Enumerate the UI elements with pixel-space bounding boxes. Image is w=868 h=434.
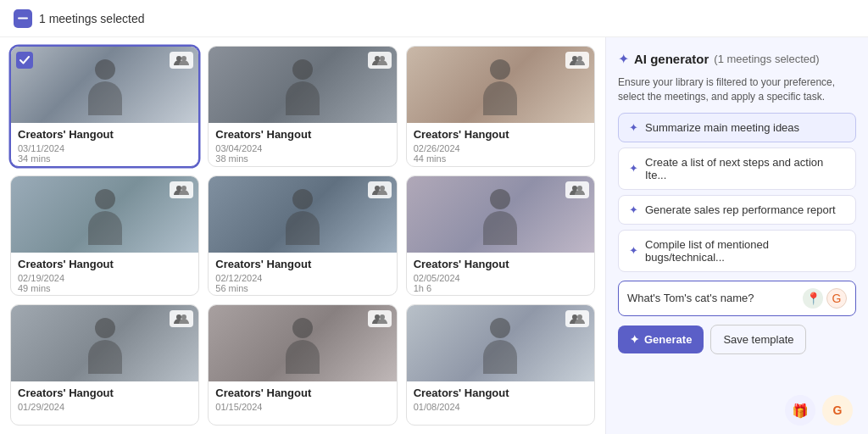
meeting-card-4[interactable]: Creators' Hangout02/19/202449 mins	[10, 175, 199, 297]
card-people-icon	[368, 310, 392, 327]
ai-query-input[interactable]	[627, 292, 798, 304]
meeting-card-2[interactable]: Creators' Hangout03/04/202438 mins	[208, 46, 397, 167]
suggestion-spark-icon: ✦	[629, 203, 638, 216]
bottom-icons: 🎁 G	[618, 395, 856, 426]
person-silhouette	[281, 189, 324, 253]
svg-rect-0	[18, 18, 28, 19]
card-info: Creators' Hangout01/15/2024	[209, 381, 396, 419]
card-thumbnail-2	[209, 47, 396, 123]
meeting-card-1[interactable]: Creators' Hangout03/11/202434 mins	[10, 46, 199, 167]
card-thumbnail-9	[407, 305, 594, 381]
spark-icon: ✦	[618, 51, 629, 67]
meeting-card-8[interactable]: Creators' Hangout01/15/2024	[208, 304, 397, 426]
card-duration: 34 mins	[18, 153, 192, 164]
person-silhouette	[479, 318, 521, 381]
suggestion-label: Generate sales rep performance report	[645, 203, 836, 216]
ai-suggestion-item-2[interactable]: ✦Generate sales rep performance report	[618, 195, 856, 225]
main-content: Creators' Hangout03/11/202434 mins Creat…	[0, 37, 868, 434]
card-duration: 38 mins	[215, 153, 389, 164]
meeting-card-7[interactable]: Creators' Hangout01/29/2024	[10, 304, 199, 426]
g-brand-icon-btn[interactable]: G	[822, 395, 853, 426]
card-date: 01/15/2024	[215, 402, 389, 412]
card-date: 02/12/2024	[215, 273, 389, 283]
ai-description: Ensure your library is filtered to your …	[618, 75, 856, 104]
card-date: 02/05/2024	[414, 273, 587, 283]
generate-spark-icon: ✦	[630, 333, 639, 346]
person-silhouette	[281, 59, 324, 123]
card-title: Creators' Hangout	[18, 128, 192, 141]
card-people-icon	[170, 181, 193, 198]
ai-suggestion-item-3[interactable]: ✦Compile list of mentioned bugs/technica…	[618, 230, 856, 272]
card-duration: 49 mins	[18, 283, 192, 293]
card-people-icon	[368, 181, 392, 198]
card-thumbnail-5	[209, 176, 396, 253]
card-duration: 1h 6	[414, 283, 587, 293]
card-info: Creators' Hangout03/04/202438 mins	[209, 123, 396, 167]
suggestion-label: Compile list of mentioned bugs/technical…	[645, 238, 845, 264]
meeting-card-5[interactable]: Creators' Hangout02/12/202456 mins	[208, 175, 397, 297]
card-title: Creators' Hangout	[414, 258, 587, 270]
suggestion-label: Summarize main meeting ideas	[645, 121, 799, 134]
ai-selected-count: (1 meetings selected)	[714, 53, 819, 65]
save-template-button[interactable]: Save template	[710, 325, 806, 354]
ai-suggestions-list: ✦Summarize main meeting ideas✦Create a l…	[618, 113, 856, 272]
card-people-icon	[565, 181, 589, 198]
card-title: Creators' Hangout	[18, 387, 192, 399]
card-duration: 56 mins	[215, 283, 389, 293]
card-info: Creators' Hangout02/19/202449 mins	[11, 253, 198, 297]
card-info: Creators' Hangout01/29/2024	[11, 381, 198, 419]
card-thumbnail-1	[11, 47, 198, 123]
card-title: Creators' Hangout	[215, 387, 389, 399]
card-date: 01/29/2024	[18, 402, 192, 412]
person-silhouette	[84, 59, 126, 123]
meeting-card-6[interactable]: Creators' Hangout02/05/20241h 6	[406, 175, 595, 297]
person-silhouette	[479, 59, 521, 123]
card-title: Creators' Hangout	[18, 258, 192, 270]
card-thumbnail-6	[407, 176, 594, 253]
card-thumbnail-7	[11, 305, 198, 381]
generate-button[interactable]: ✦ Generate	[618, 326, 704, 353]
person-silhouette	[281, 318, 324, 381]
suggestion-spark-icon: ✦	[629, 162, 638, 175]
card-title: Creators' Hangout	[215, 258, 389, 270]
ai-suggestion-item-0[interactable]: ✦Summarize main meeting ideas	[618, 113, 856, 142]
card-title: Creators' Hangout	[215, 128, 389, 141]
person-silhouette	[479, 189, 521, 253]
card-info: Creators' Hangout03/11/202434 mins	[11, 123, 198, 167]
card-info: Creators' Hangout01/08/2024	[407, 381, 594, 419]
selection-label: 1 meetings selected	[39, 12, 145, 25]
card-info: Creators' Hangout02/05/20241h 6	[407, 253, 594, 297]
suggestion-spark-icon: ✦	[629, 121, 638, 134]
g-icon-btn[interactable]: G	[826, 288, 847, 309]
card-title: Creators' Hangout	[414, 387, 587, 399]
card-thumbnail-8	[209, 305, 396, 381]
ai-panel-title: AI generator	[634, 52, 709, 66]
ai-suggestion-item-1[interactable]: ✦Create a list of next steps and action …	[618, 147, 856, 190]
ai-panel-header: ✦ AI generator (1 meetings selected)	[618, 51, 856, 67]
ai-input-row[interactable]: 📍 G	[618, 281, 856, 316]
card-date: 03/11/2024	[18, 143, 192, 153]
generate-label: Generate	[644, 333, 692, 346]
meeting-card-3[interactable]: Creators' Hangout02/26/202444 mins	[406, 46, 595, 167]
gift-icon-btn[interactable]: 🎁	[785, 395, 815, 426]
card-people-icon	[170, 52, 193, 69]
deselect-button[interactable]	[14, 9, 32, 28]
meeting-card-9[interactable]: Creators' Hangout01/08/2024	[406, 304, 595, 426]
card-date: 02/19/2024	[18, 273, 192, 283]
card-people-icon	[565, 52, 589, 69]
card-date: 01/08/2024	[414, 402, 587, 412]
card-title: Creators' Hangout	[414, 128, 587, 141]
card-people-icon	[170, 310, 193, 327]
ai-input-icons: 📍 G	[803, 288, 847, 309]
card-thumbnail-4	[11, 176, 198, 253]
card-info: Creators' Hangout02/26/202444 mins	[407, 123, 594, 167]
person-silhouette	[84, 318, 126, 381]
ai-panel: ✦ AI generator (1 meetings selected) Ens…	[605, 37, 868, 434]
card-info: Creators' Hangout02/12/202456 mins	[209, 253, 396, 297]
ai-actions: ✦ Generate Save template	[618, 325, 856, 354]
meetings-grid: Creators' Hangout03/11/202434 mins Creat…	[0, 37, 605, 434]
card-date: 03/04/2024	[215, 143, 389, 153]
suggestion-label: Create a list of next steps and action I…	[645, 156, 845, 181]
suggestion-spark-icon: ✦	[629, 244, 638, 257]
location-icon-btn[interactable]: 📍	[803, 288, 823, 309]
